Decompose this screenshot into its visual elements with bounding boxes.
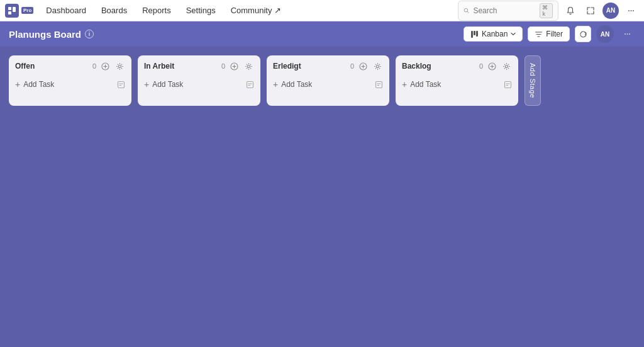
- expand-button[interactable]: [582, 3, 599, 19]
- col-add-erledigt[interactable]: [357, 60, 369, 72]
- nav-community[interactable]: Community ↗: [223, 0, 289, 21]
- nav-dashboard[interactable]: Dashboard: [38, 0, 94, 21]
- logo-icon: [5, 4, 19, 18]
- board-more-button[interactable]: ···: [619, 26, 635, 42]
- col-count-backlog: 0: [479, 62, 483, 70]
- svg-rect-19: [247, 81, 253, 88]
- col-count-offen: 0: [92, 62, 96, 70]
- add-task-inarbeit[interactable]: + Add Task: [138, 76, 260, 93]
- card-icon-offen: [117, 81, 125, 89]
- kanban-col-offen: Offen 0 + Add Task: [9, 55, 131, 106]
- board-title: Planungs Board: [9, 29, 81, 40]
- svg-rect-33: [505, 81, 511, 88]
- svg-rect-5: [471, 31, 473, 38]
- col-title-backlog: Backlog: [402, 62, 474, 71]
- svg-point-18: [247, 65, 250, 67]
- refresh-button[interactable]: [575, 26, 591, 42]
- search-icon: [464, 7, 469, 14]
- col-title-erledigt: Erledigt: [273, 62, 345, 71]
- more-menu-button[interactable]: ···: [623, 3, 639, 19]
- col-add-backlog[interactable]: [486, 60, 497, 72]
- filter-button[interactable]: Filter: [528, 26, 570, 42]
- svg-rect-0: [8, 7, 11, 10]
- notifications-button[interactable]: [562, 3, 579, 19]
- col-header-erledigt: Erledigt 0: [267, 55, 389, 76]
- add-task-backlog[interactable]: + Add Task: [396, 76, 518, 93]
- col-settings-erledigt[interactable]: [372, 60, 383, 72]
- svg-point-11: [118, 65, 121, 67]
- svg-rect-7: [476, 31, 478, 37]
- svg-line-4: [467, 11, 469, 13]
- kanban-col-backlog: Backlog 0 + Add Task: [396, 55, 518, 106]
- card-icon-inarbeit: [246, 81, 254, 89]
- board-header: Planungs Board i Kanban Filter: [0, 21, 644, 47]
- search-input[interactable]: [473, 6, 536, 15]
- board-actions: Kanban Filter AN ···: [464, 25, 635, 43]
- refresh-icon: [579, 30, 587, 38]
- col-settings-backlog[interactable]: [501, 60, 512, 72]
- nav-reports[interactable]: Reports: [135, 0, 179, 21]
- col-count-erledigt: 0: [350, 62, 354, 70]
- kanban-view-button[interactable]: Kanban: [464, 26, 523, 42]
- kanban-col-inarbeit: In Arbeit 0 + Add Task: [138, 55, 260, 106]
- card-icon-backlog: [504, 81, 512, 89]
- kanban-col-erledigt: Erledigt 0 + Add Task: [267, 55, 389, 106]
- svg-rect-1: [8, 11, 11, 14]
- col-add-offen[interactable]: [99, 60, 111, 72]
- col-settings-offen[interactable]: [114, 60, 125, 72]
- svg-point-32: [505, 65, 508, 67]
- add-stage-button[interactable]: Add Stage: [525, 55, 541, 106]
- search-box[interactable]: ⌘ k: [458, 1, 558, 21]
- board-title-area: Planungs Board i: [9, 29, 94, 40]
- card-icon-erledigt: [375, 81, 383, 89]
- avatar[interactable]: AN: [602, 3, 619, 19]
- logo-area[interactable]: Pro: [5, 4, 33, 18]
- search-shortcut: ⌘ k: [540, 3, 553, 18]
- svg-point-25: [376, 65, 379, 67]
- pro-badge: Pro: [21, 7, 33, 14]
- col-header-backlog: Backlog 0: [396, 55, 518, 76]
- svg-rect-6: [474, 31, 475, 35]
- filter-icon: [535, 30, 543, 38]
- top-nav: Pro Dashboard Boards Reports Settings Co…: [0, 0, 644, 21]
- col-header-offen: Offen 0: [9, 55, 131, 76]
- board-body: Offen 0 + Add Task In Arbeit 0: [0, 47, 644, 347]
- nav-settings[interactable]: Settings: [179, 0, 223, 21]
- col-title-offen: Offen: [15, 62, 87, 71]
- user-avatar-header[interactable]: AN: [596, 25, 614, 43]
- kanban-icon: [470, 30, 479, 38]
- svg-rect-26: [376, 81, 382, 88]
- chevron-down-icon: [511, 31, 516, 37]
- col-settings-inarbeit[interactable]: [243, 60, 254, 72]
- board-info-icon[interactable]: i: [85, 30, 94, 38]
- col-header-inarbeit: In Arbeit 0: [138, 55, 260, 76]
- col-title-inarbeit: In Arbeit: [144, 62, 216, 71]
- add-task-offen[interactable]: + Add Task: [9, 76, 131, 93]
- svg-rect-2: [13, 7, 16, 12]
- col-add-inarbeit[interactable]: [228, 60, 240, 72]
- svg-rect-12: [118, 81, 125, 88]
- add-task-erledigt[interactable]: + Add Task: [267, 76, 389, 93]
- nav-boards[interactable]: Boards: [94, 0, 135, 21]
- col-count-inarbeit: 0: [221, 62, 225, 70]
- nav-right: ⌘ k AN ···: [458, 1, 639, 21]
